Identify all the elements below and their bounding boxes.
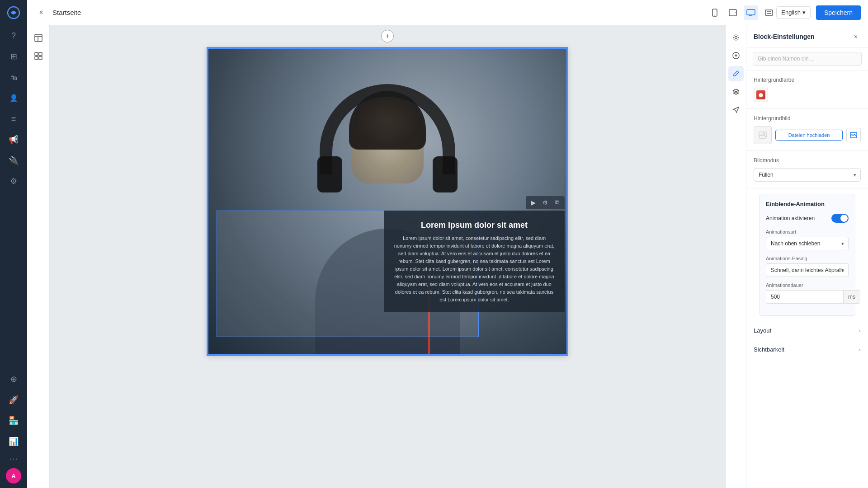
duration-field: Animationsdauer ms xyxy=(766,282,849,304)
settings-button[interactable]: ⚙ xyxy=(540,197,550,207)
canvas-frame: ▶ ⚙ ⧉ Lorem Ipsum dolor sit amet Lorem i… xyxy=(207,47,568,356)
svg-rect-9 xyxy=(39,52,42,56)
animationsart-select-wrapper: Nach oben schieben Nach unten schieben N… xyxy=(766,237,849,250)
sidebar-more-icon[interactable]: ⋯ xyxy=(9,454,18,464)
headphone-ear-left xyxy=(317,156,342,192)
sichtbarkeit-chevron-icon: › xyxy=(859,347,861,352)
block-settings-close-button[interactable]: × xyxy=(851,32,861,42)
svg-rect-11 xyxy=(39,56,42,60)
bildmodus-section: Bildmodus Füllen Anpassen Kacheln Zentri… xyxy=(746,151,868,188)
sidebar-settings-icon[interactable]: ⚙ xyxy=(5,172,23,190)
canvas-area: + xyxy=(50,25,725,488)
page-title: Startseite xyxy=(52,9,708,16)
duration-label: Animationsdauer xyxy=(766,282,849,288)
sidebar-pages-icon[interactable]: ⊞ xyxy=(5,47,23,66)
top-bar-right: English ▾ Speichern xyxy=(776,5,861,20)
background-color-section: Hintergrundfarbe ⬤ xyxy=(746,70,868,109)
app-logo[interactable] xyxy=(5,5,22,21)
block-settings-header: Block-Einstellungen × xyxy=(746,25,868,47)
sidebar-store-icon[interactable]: 🏪 xyxy=(5,412,23,430)
device-switcher xyxy=(708,5,776,20)
hero-section[interactable]: ▶ ⚙ ⧉ Lorem Ipsum dolor sit amet Lorem i… xyxy=(208,48,567,355)
svg-point-15 xyxy=(764,133,765,135)
overlay-toolbar: ▶ ⚙ ⧉ xyxy=(526,196,565,209)
panel-send-icon[interactable] xyxy=(728,102,744,117)
play-button[interactable]: ▶ xyxy=(528,197,538,207)
blocks-panel-icon[interactable] xyxy=(30,48,47,64)
background-image-label: Hintergrundbild xyxy=(754,115,861,122)
panel-tools-bar xyxy=(725,25,746,488)
top-bar: × Startseite English ▾ Speichern xyxy=(27,0,868,25)
easing-label: Animations-Easing xyxy=(766,256,849,261)
headphone-ear-right xyxy=(433,156,458,192)
animation-title: Einblende-Animation xyxy=(766,201,849,207)
editor-area: + xyxy=(27,25,868,488)
panel-edit-icon[interactable] xyxy=(728,66,744,81)
svg-point-4 xyxy=(736,12,736,13)
toggle-knob xyxy=(840,215,848,222)
duration-row: ms xyxy=(766,290,849,304)
layout-section[interactable]: Layout › xyxy=(746,321,868,340)
layout-label: Layout xyxy=(754,327,771,334)
animationsart-select[interactable]: Nach oben schieben Nach unten schieben N… xyxy=(766,237,849,250)
duplicate-button[interactable]: ⧉ xyxy=(552,197,562,207)
bildmodus-select[interactable]: Füllen Anpassen Kacheln Zentriert xyxy=(754,168,861,182)
sichtbarkeit-section[interactable]: Sichtbarkeit › xyxy=(746,340,868,359)
list-device-btn[interactable] xyxy=(762,5,776,20)
media-library-button[interactable] xyxy=(846,128,861,142)
sidebar-rocket-icon[interactable]: 🚀 xyxy=(5,391,23,409)
overlay-text: Lorem ipsum dolor sit amet, consetetur s… xyxy=(394,235,555,304)
bildmodus-label: Bildmodus xyxy=(754,157,861,164)
easing-field: Animations-Easing Schnell, dann leichtes… xyxy=(766,256,849,277)
color-swatch[interactable]: ⬤ xyxy=(754,88,768,102)
upload-files-button[interactable]: Dateien hochladen xyxy=(775,130,843,141)
animationsart-label: Animationsart xyxy=(766,229,849,235)
svg-rect-5 xyxy=(747,9,755,15)
sidebar-shop-icon[interactable]: 🛍 xyxy=(5,68,23,86)
sidebar-analytics-icon[interactable]: 📊 xyxy=(5,432,23,450)
close-button[interactable]: × xyxy=(34,6,48,19)
animation-section-wrapper: Einblende-Animation Animation aktivieren… xyxy=(746,188,868,321)
svg-point-12 xyxy=(735,37,737,39)
layout-panel-icon[interactable] xyxy=(30,30,47,46)
block-settings-panel: Block-Einstellungen × Hintergrundfarbe ⬤… xyxy=(746,25,868,488)
easing-select-wrapper: Schnell, dann leichtes Abprallen Linear … xyxy=(766,263,849,277)
animation-toggle[interactable] xyxy=(831,214,849,223)
background-image-row: Dateien hochladen xyxy=(754,126,861,144)
panel-layers-icon[interactable] xyxy=(728,84,744,99)
language-label: English xyxy=(781,9,801,16)
duration-input[interactable] xyxy=(766,290,843,304)
layout-chevron-icon: › xyxy=(859,328,861,333)
sidebar-help-icon[interactable]: ? xyxy=(5,27,23,45)
sidebar-add-page-icon[interactable]: ⊕ xyxy=(5,370,23,388)
mobile-device-btn[interactable] xyxy=(708,5,722,20)
block-settings-title: Block-Einstellungen xyxy=(754,33,815,40)
sichtbarkeit-label: Sichtbarkeit xyxy=(754,346,784,353)
language-selector[interactable]: English ▾ xyxy=(776,6,811,19)
panel-add-icon[interactable] xyxy=(728,48,744,63)
svg-rect-7 xyxy=(35,34,42,42)
sidebar-users-icon[interactable]: 👤 xyxy=(5,89,23,107)
sidebar-content-icon[interactable]: ≡ xyxy=(5,110,23,128)
svg-rect-8 xyxy=(35,52,38,56)
svg-point-2 xyxy=(715,14,716,15)
animation-toggle-row: Animation aktivieren xyxy=(766,214,849,223)
editor-left-panel xyxy=(27,25,50,488)
add-section-button[interactable]: + xyxy=(381,30,394,42)
animation-toggle-label: Animation aktivieren xyxy=(766,215,815,221)
avatar[interactable]: A xyxy=(6,468,21,483)
main-area: × Startseite English ▾ Speichern xyxy=(27,0,868,488)
tablet-device-btn[interactable] xyxy=(726,5,740,20)
chevron-down-icon: ▾ xyxy=(802,9,806,16)
sidebar-marketing-icon[interactable]: 📢 xyxy=(5,131,23,149)
background-color-label: Hintergrundfarbe xyxy=(754,77,861,83)
easing-select[interactable]: Schnell, dann leichtes Abprallen Linear … xyxy=(766,263,849,277)
block-name-input[interactable] xyxy=(753,52,862,66)
content-overlay[interactable]: ▶ ⚙ ⧉ Lorem Ipsum dolor sit amet Lorem i… xyxy=(384,211,565,312)
bildmodus-select-wrapper: Füllen Anpassen Kacheln Zentriert xyxy=(754,168,861,182)
desktop-device-btn[interactable] xyxy=(744,5,758,20)
block-settings-search xyxy=(746,47,868,70)
sidebar-plugins-icon[interactable]: 🔌 xyxy=(5,151,23,169)
panel-gear-icon[interactable] xyxy=(728,30,744,45)
save-button[interactable]: Speichern xyxy=(816,5,861,20)
